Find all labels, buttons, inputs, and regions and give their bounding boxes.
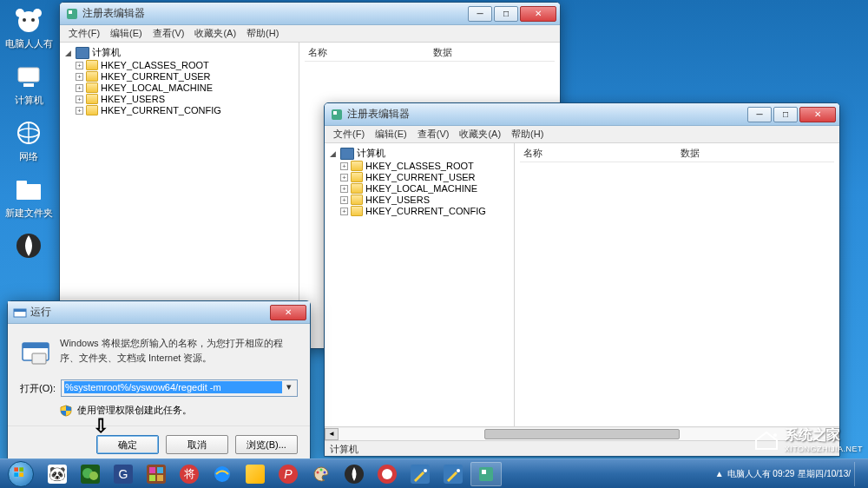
show-desktop-button[interactable]	[854, 462, 861, 486]
col-data[interactable]: 数据	[677, 145, 834, 162]
expand-icon[interactable]: +	[340, 208, 348, 215]
taskbar-items: 🐼 G 将 P	[42, 462, 502, 486]
start-button[interactable]	[3, 461, 38, 487]
expand-icon[interactable]: +	[76, 73, 83, 81]
expand-icon[interactable]: +	[340, 162, 348, 170]
run-program-icon	[20, 336, 51, 367]
tree-item[interactable]: +HKEY_USERS	[76, 94, 293, 104]
svg-rect-23	[14, 467, 18, 472]
taskbar-app[interactable]: G	[108, 462, 139, 486]
svg-point-28	[89, 472, 98, 480]
svg-rect-20	[23, 343, 49, 348]
desktop-icon-2[interactable]: 网络	[3, 117, 55, 163]
tray-chevron-icon[interactable]: ▲	[715, 469, 724, 478]
computer-icon	[76, 47, 89, 59]
tree-root[interactable]: ◢ 计算机	[330, 147, 509, 160]
taskbar-app[interactable]	[207, 462, 238, 486]
run-input-field[interactable]	[64, 381, 282, 393]
jiang-icon: 将	[180, 465, 199, 484]
menu-fav[interactable]: 收藏夹(A)	[454, 128, 506, 141]
col-data[interactable]: 数据	[430, 44, 555, 61]
titlebar[interactable]: 运行 ✕	[8, 301, 310, 324]
close-button[interactable]: ✕	[270, 305, 306, 320]
ok-button[interactable]: 确定	[96, 435, 159, 454]
tree-root[interactable]: ◢ 计算机	[65, 46, 293, 59]
menu-view[interactable]: 查看(V)	[412, 128, 455, 141]
desktop-icon-0[interactable]: 电脑人人有	[3, 4, 55, 50]
annotation-arrow-icon: ⇩	[93, 415, 108, 438]
menu-fav[interactable]: 收藏夹(A)	[189, 27, 241, 40]
taskbar-running-regedit[interactable]	[470, 462, 502, 486]
titlebar[interactable]: 注册表编辑器 ─ □ ✕	[60, 3, 560, 25]
tree-item[interactable]: +HKEY_CURRENT_CONFIG	[340, 206, 509, 216]
col-name[interactable]: 名称	[305, 44, 430, 61]
tree-item[interactable]: +HKEY_CLASSES_ROOT	[76, 60, 293, 70]
col-name[interactable]: 名称	[520, 145, 677, 162]
tree-item[interactable]: +HKEY_CURRENT_USER	[340, 172, 509, 182]
window-title: 注册表编辑器	[82, 6, 468, 21]
svg-point-35	[320, 468, 323, 471]
menu-edit[interactable]: 编辑(E)	[105, 27, 148, 40]
expand-icon[interactable]: +	[340, 174, 348, 181]
registry-tree[interactable]: ◢ 计算机 +HKEY_CLASSES_ROOT +HKEY_CURRENT_U…	[325, 143, 515, 426]
scroll-left-icon[interactable]: ◄	[325, 428, 339, 440]
taskbar-app[interactable]	[372, 462, 403, 486]
tree-item[interactable]: +HKEY_LOCAL_MACHINE	[76, 82, 293, 93]
expand-icon[interactable]: +	[340, 196, 348, 204]
taskbar-clock[interactable]: 星期四/10/13/	[798, 469, 851, 478]
menu-view[interactable]: 查看(V)	[148, 27, 190, 40]
taskbar-app[interactable]: P	[273, 462, 304, 486]
maximize-button[interactable]: □	[773, 107, 798, 122]
browse-button[interactable]: 浏览(B)...	[235, 435, 298, 454]
window-title: 注册表编辑器	[347, 107, 747, 122]
run-input-combo[interactable]: ▾	[61, 379, 298, 397]
expand-icon[interactable]: +	[76, 62, 83, 69]
taskbar-app[interactable]: 将	[174, 462, 205, 486]
menu-file[interactable]: 文件(F)	[63, 27, 105, 40]
expand-icon[interactable]: +	[76, 84, 83, 92]
expand-icon[interactable]: +	[76, 96, 83, 103]
watermark-brand: 系统之家	[785, 426, 863, 445]
tree-item[interactable]: +HKEY_LOCAL_MACHINE	[340, 183, 509, 194]
minimize-button[interactable]: ─	[468, 6, 492, 22]
close-button[interactable]: ✕	[520, 6, 556, 22]
cancel-button[interactable]: 取消	[166, 435, 228, 454]
desktop-icon-4[interactable]	[3, 230, 55, 263]
svg-rect-29	[149, 467, 155, 473]
close-button[interactable]: ✕	[799, 107, 836, 122]
scroll-thumb[interactable]	[484, 429, 679, 439]
minimize-button[interactable]: ─	[747, 107, 772, 122]
expand-icon[interactable]: +	[76, 107, 83, 115]
taskbar-app[interactable]: 🐼	[42, 462, 73, 486]
svg-rect-16	[333, 111, 337, 115]
menu-edit[interactable]: 编辑(E)	[370, 128, 412, 141]
regedit-window-2: 注册表编辑器 ─ □ ✕ 文件(F) 编辑(E) 查看(V) 收藏夹(A) 帮助…	[324, 102, 840, 457]
taskbar-app[interactable]	[306, 462, 337, 486]
menu-help[interactable]: 帮助(H)	[241, 27, 284, 40]
registry-values[interactable]: 名称 数据	[515, 143, 839, 426]
menu-file[interactable]: 文件(F)	[328, 128, 370, 141]
regedit-body: ◢ 计算机 +HKEY_CLASSES_ROOT +HKEY_CURRENT_U…	[325, 143, 839, 426]
titlebar[interactable]: 注册表编辑器 ─ □ ✕	[325, 103, 839, 126]
folder-icon	[351, 195, 363, 205]
dropdown-icon[interactable]: ▾	[284, 381, 294, 392]
taskbar-app[interactable]	[339, 462, 370, 486]
maximize-button[interactable]: □	[494, 6, 518, 22]
taskbar-app[interactable]	[240, 462, 271, 486]
tree-item[interactable]: +HKEY_CURRENT_USER	[76, 71, 293, 82]
desktop-icon-label: 电脑人人有	[5, 37, 53, 50]
desktop-icon-1[interactable]: 计算机	[3, 61, 55, 107]
tree-root-label: 计算机	[357, 147, 385, 160]
taskbar-app[interactable]	[141, 462, 172, 486]
taskbar-app[interactable]	[75, 462, 106, 486]
tree-item[interactable]: +HKEY_CURRENT_CONFIG	[76, 105, 293, 115]
system-tray[interactable]: ▲ 电脑人人有 09:29 星期四/10/13/	[715, 462, 865, 486]
taskbar-app[interactable]	[404, 462, 436, 486]
expand-icon[interactable]: +	[340, 185, 348, 193]
menu-help[interactable]: 帮助(H)	[506, 128, 549, 141]
desktop-icon-3[interactable]: 新建文件夹	[3, 174, 55, 220]
folder-icon	[351, 206, 363, 216]
tree-item[interactable]: +HKEY_USERS	[340, 195, 509, 205]
tree-item[interactable]: +HKEY_CLASSES_ROOT	[340, 161, 509, 171]
taskbar-app[interactable]	[437, 462, 469, 486]
